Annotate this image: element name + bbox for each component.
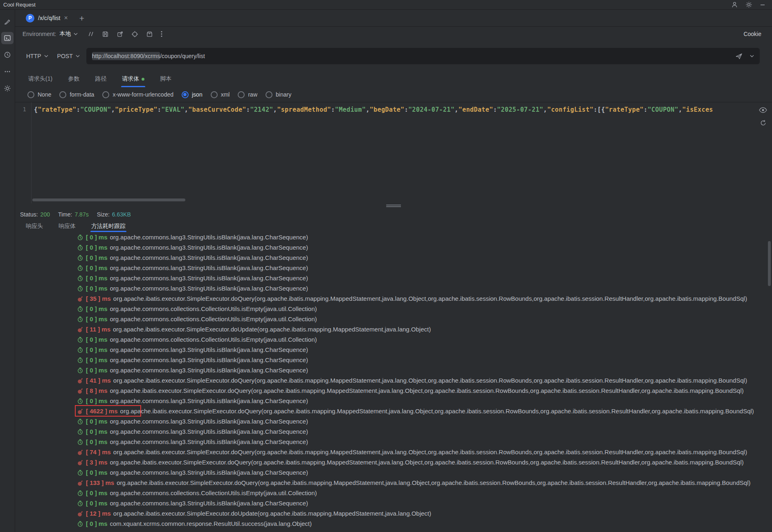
url-input[interactable]: http://localhost:8090/xcrms/coupon/query… [86,48,760,64]
tab-text: 方法耗时跟踪 [91,223,126,230]
trace-time: [ 133 ] ms [86,479,114,486]
trace-row[interactable]: [ 74 ] ms org.apache.ibatis.executor.Sim… [15,447,772,457]
trace-row[interactable]: [ 0 ] ms org.apache.commons.lang3.String… [15,396,772,406]
trace-time: [ 0 ] ms [86,428,108,435]
refresh-icon[interactable] [760,119,767,126]
trace-row[interactable]: [ 0 ] ms org.apache.commons.lang3.String… [15,467,772,478]
trace-method: org.apache.ibatis.executor.SimpleExecuto… [113,510,772,517]
trace-row[interactable]: [ 0 ] ms org.apache.commons.lang3.String… [15,232,772,242]
trace-row[interactable]: [ 0 ] ms com.xquant.xcrms.common.respons… [15,518,772,529]
plugin-logo-icon[interactable] [1,15,14,27]
trace-row[interactable]: [ 0 ] ms org.apache.commons.collections.… [15,304,772,314]
more-icon[interactable] [1,65,14,78]
settings-icon[interactable] [745,1,752,8]
package-icon[interactable] [146,31,153,38]
environment-select[interactable]: 本地 [59,30,71,38]
request-tab-body[interactable]: 请求体 [121,71,145,87]
status-value: 200 [41,211,50,218]
trace-time: [ 12 ] ms [86,510,111,517]
trace-row[interactable]: [ 12 ] ms org.apache.ibatis.executor.Sim… [15,508,772,518]
request-tab-path[interactable]: 路径 [94,71,107,87]
body-type-xml[interactable]: xml [211,91,230,98]
target-icon[interactable] [131,31,138,38]
trace-row[interactable]: [ 35 ] ms org.apache.ibatis.executor.Sim… [15,293,772,304]
trace-row[interactable]: [ 0 ] ms org.apache.commons.lang3.String… [15,263,772,273]
kebab-menu-icon[interactable] [161,31,162,37]
body-type-json[interactable]: json [182,91,203,98]
body-type-binary[interactable]: binary [266,91,291,98]
send-options-icon[interactable] [750,55,754,57]
trace-row[interactable]: [ 4622 ] ms org.apache.ibatis.executor.S… [15,406,772,416]
trace-row[interactable]: [ 0 ] ms org.apache.commons.lang3.String… [15,345,772,355]
chevron-down-icon[interactable] [74,33,78,35]
tab-text: 请求头(1) [28,75,52,83]
body-type-none[interactable]: None [27,91,51,98]
trace-row[interactable]: [ 0 ] ms org.apache.commons.lang3.String… [15,355,772,365]
response-tab-resp-body[interactable]: 响应体 [58,221,77,232]
save-icon[interactable] [102,31,109,38]
trace-row[interactable]: [ 0 ] ms org.apache.commons.collections.… [15,334,772,345]
api-panel-icon[interactable] [1,32,14,44]
trace-method: org.apache.commons.lang3.StringUtils.isB… [110,346,772,353]
user-icon[interactable] [731,1,738,8]
trace-row[interactable]: [ 8 ] ms org.apache.ibatis.executor.Simp… [15,385,772,396]
slow-icon [77,459,83,466]
size-label: Size: [97,211,110,218]
trace-method: com.xquant.xcrms.common.response.ResultU… [110,520,772,527]
timer-icon [77,439,83,445]
cookie-button[interactable]: Cookie [743,31,761,37]
request-tab-headers[interactable]: 请求头(1) [27,71,53,87]
trace-time: [ 11 ] ms [86,326,110,333]
trace-time: [ 0 ] ms [86,397,108,404]
trace-row[interactable]: [ 0 ] ms org.apache.commons.lang3.String… [15,498,772,508]
body-editor[interactable]: 1 {"rateType":"COUPON","priceType":"EVAL… [15,102,772,203]
open-request-tab[interactable]: P /x/c/q/list × [23,10,70,26]
trace-row[interactable]: [ 0 ] ms org.apache.commons.lang3.String… [15,273,772,283]
trace-row[interactable]: [ 0 ] ms org.apache.commons.lang3.String… [15,365,772,375]
trace-method: org.apache.ibatis.executor.SimpleExecuto… [117,479,772,486]
request-toolbar [88,31,162,38]
trace-row[interactable]: [ 0 ] ms org.apache.commons.lang3.String… [15,416,772,426]
editor-hscrollbar[interactable] [32,198,185,201]
body-type-form-data[interactable]: form-data [59,91,94,98]
request-tab-script[interactable]: 脚本 [159,71,172,87]
trace-row[interactable]: [ 0 ] ms org.apache.commons.collections.… [15,314,772,324]
close-icon[interactable]: × [64,15,68,21]
trace-row[interactable]: [ 0 ] ms org.apache.commons.lang3.String… [15,283,772,293]
minimize-icon[interactable] [760,2,765,8]
radio-icon [266,91,272,98]
trace-time: [ 0 ] ms [86,469,108,476]
code-line[interactable]: {"rateType":"COUPON","priceType":"EVAL",… [32,102,772,203]
trace-row[interactable]: [ 0 ] ms org.apache.commons.lang3.String… [15,437,772,447]
format-slashes-icon[interactable] [88,31,94,37]
preview-eye-icon[interactable] [759,107,767,113]
add-tab-button[interactable]: + [79,14,84,23]
trace-row[interactable]: [ 0 ] ms org.apache.commons.lang3.String… [15,426,772,437]
request-tabbar: P /x/c/q/list × + [15,10,772,27]
trace-row[interactable]: [ 11 ] ms org.apache.ibatis.executor.Sim… [15,324,772,334]
export-icon[interactable] [117,31,124,38]
method-select[interactable]: POST [55,53,82,59]
trace-row[interactable]: [ 0 ] ms org.apache.commons.collections.… [15,488,772,498]
timer-icon [77,336,83,343]
protocol-select[interactable]: HTTP [24,53,51,59]
trace-row[interactable]: [ 41 ] ms org.apache.ibatis.executor.Sim… [15,375,772,385]
radio-label: binary [276,91,291,98]
send-icon[interactable] [735,52,743,60]
response-tab-resp-headers[interactable]: 响应头 [25,221,44,232]
trace-row[interactable]: [ 0 ] ms org.apache.commons.lang3.String… [15,242,772,252]
trace-row[interactable]: [ 0 ] ms org.apache.commons.lang3.String… [15,252,772,263]
response-tab-method-trace[interactable]: 方法耗时跟踪 [90,221,126,232]
trace-row[interactable]: [ 3 ] ms org.apache.ibatis.executor.Simp… [15,457,772,467]
timer-icon [77,275,83,282]
request-tab-params[interactable]: 参数 [67,71,80,87]
settings-gear-icon[interactable] [1,82,14,95]
trace-method: org.apache.commons.collections.Collectio… [110,336,772,343]
method-value: POST [57,53,73,59]
radio-label: raw [248,91,257,98]
pane-splitter[interactable] [15,203,772,208]
trace-row[interactable]: [ 133 ] ms org.apache.ibatis.executor.Si… [15,478,772,488]
body-type-x-www-form-urlencoded[interactable]: x-www-form-urlencoded [102,91,173,98]
history-icon[interactable] [1,49,14,61]
body-type-raw[interactable]: raw [238,91,257,98]
